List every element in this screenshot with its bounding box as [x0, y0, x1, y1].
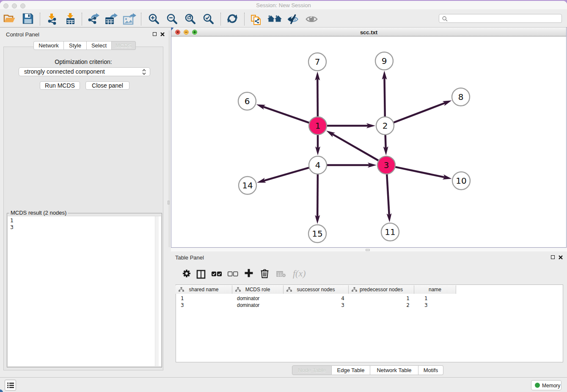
svg-text:11: 11 — [385, 227, 395, 237]
svg-text:1: 1 — [315, 121, 321, 131]
svg-text:2: 2 — [383, 121, 388, 131]
svg-text:9: 9 — [382, 56, 387, 66]
svg-text:7: 7 — [315, 57, 320, 67]
svg-text:8: 8 — [458, 92, 464, 102]
svg-text:10: 10 — [456, 176, 466, 186]
svg-text:14: 14 — [242, 180, 253, 190]
svg-text:4: 4 — [315, 160, 321, 170]
svg-text:15: 15 — [312, 229, 322, 239]
svg-text:3: 3 — [384, 160, 389, 170]
svg-text:6: 6 — [245, 96, 250, 106]
